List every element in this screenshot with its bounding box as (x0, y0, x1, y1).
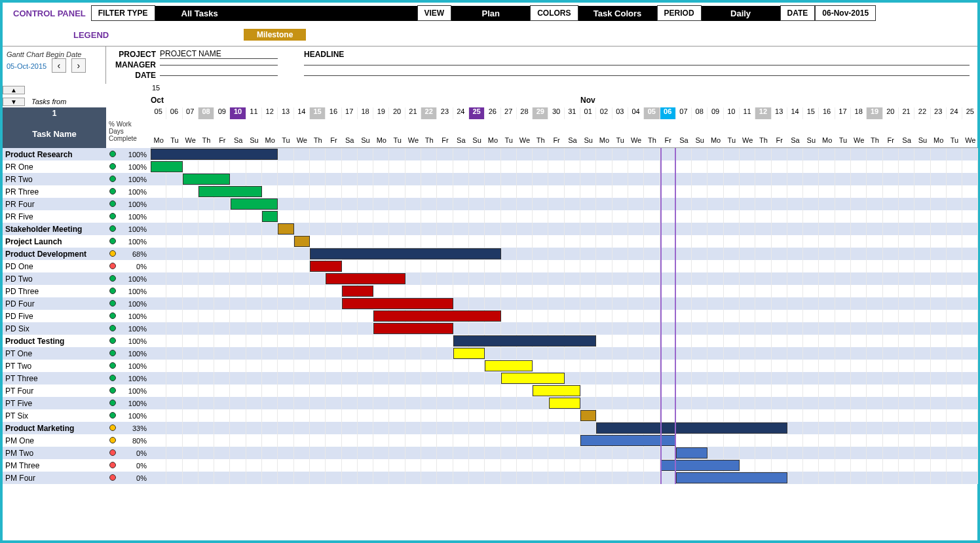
date-value[interactable]: 06-Nov-2015 (815, 5, 876, 21)
date-cell[interactable]: 06 (660, 107, 676, 119)
task-name-cell[interactable]: PR Three (3, 187, 106, 197)
task-name-cell[interactable]: PT Four (3, 386, 106, 396)
task-name-cell[interactable]: PD Three (3, 287, 106, 296)
date-cell[interactable]: 22 (914, 107, 930, 119)
date-cell[interactable]: 01 (580, 107, 596, 119)
gantt-bar[interactable] (310, 248, 501, 259)
date-cell[interactable]: 02 (596, 107, 612, 119)
next-date-button[interactable]: › (71, 58, 86, 73)
task-name-cell[interactable]: Product Development (3, 250, 106, 259)
date-cell[interactable]: 26 (485, 107, 500, 119)
gantt-bar[interactable] (533, 385, 580, 396)
view-value[interactable]: Plan (451, 6, 530, 21)
task-name-cell[interactable]: PR Four (3, 200, 106, 209)
task-name-cell[interactable]: Stakeholder Meeting (3, 225, 106, 234)
gantt-bar[interactable] (183, 174, 231, 185)
date-cell[interactable]: 11 (740, 107, 755, 119)
task-name-cell[interactable]: PD Four (3, 299, 106, 309)
date-cell[interactable]: 25 (469, 107, 485, 119)
gantt-bar[interactable] (580, 435, 676, 446)
colors-value[interactable]: Task Colors (578, 6, 657, 21)
gantt-bar[interactable] (501, 373, 565, 384)
manager-value[interactable] (160, 65, 278, 66)
gantt-bar[interactable] (580, 410, 596, 421)
date-cell[interactable]: 21 (405, 107, 421, 119)
gantt-bar[interactable] (326, 273, 405, 284)
task-name-cell[interactable]: PT Two (3, 362, 106, 371)
gantt-bar[interactable] (342, 298, 453, 309)
date-cell[interactable]: 27 (501, 107, 517, 119)
gantt-bar[interactable] (231, 198, 278, 210)
task-name-cell[interactable]: PT Six (3, 411, 106, 421)
gantt-bar[interactable] (676, 472, 787, 483)
date-cell[interactable]: 08 (692, 107, 707, 119)
gantt-bar[interactable] (294, 236, 310, 247)
spinner-down-button[interactable]: ▼ (3, 98, 25, 106)
date-cell[interactable]: 15 (803, 107, 819, 119)
task-name-cell[interactable]: PR One (3, 162, 106, 172)
date-cell[interactable]: 22 (421, 107, 437, 119)
prev-date-button[interactable]: ‹ (52, 58, 67, 73)
date-cell[interactable]: 20 (883, 107, 899, 119)
date-cell[interactable]: 31 (565, 107, 580, 119)
tasks-from-number[interactable]: 1 (3, 107, 106, 119)
task-name-cell[interactable]: PD Six (3, 324, 106, 333)
task-name-cell[interactable]: PR Two (3, 175, 106, 184)
date-cell[interactable]: 04 (628, 107, 644, 119)
date-cell[interactable]: 30 (548, 107, 564, 119)
date-cell[interactable]: 17 (835, 107, 851, 119)
task-name-cell[interactable]: PM Two (3, 449, 106, 458)
filter-type-value[interactable]: All Tasks (155, 6, 417, 21)
date-cell[interactable]: 16 (326, 107, 341, 119)
task-name-cell[interactable]: Product Testing (3, 337, 106, 346)
date-cell[interactable]: 10 (230, 107, 246, 119)
gantt-bar[interactable] (262, 211, 278, 222)
date-cell[interactable]: 12 (755, 107, 771, 119)
headline-value[interactable] (304, 65, 970, 66)
date-cell[interactable]: 06 (166, 107, 182, 119)
task-name-cell[interactable]: PT One (3, 349, 106, 358)
date-cell[interactable]: 17 (342, 107, 358, 119)
task-name-cell[interactable]: PM One (3, 436, 106, 445)
task-name-cell[interactable]: PT Five (3, 399, 106, 408)
date-cell[interactable]: 14 (787, 107, 803, 119)
gantt-bar[interactable] (596, 422, 787, 434)
period-value[interactable]: Daily (702, 6, 780, 21)
gantt-bar[interactable] (151, 149, 278, 160)
gantt-bar[interactable] (373, 310, 500, 322)
task-name-cell[interactable]: PD Five (3, 312, 106, 321)
date-cell[interactable]: 24 (947, 107, 962, 119)
gantt-bar[interactable] (453, 348, 485, 359)
date-cell[interactable]: 03 (612, 107, 628, 119)
task-name-cell[interactable]: PM Three (3, 461, 106, 470)
date-cell[interactable]: 25 (962, 107, 977, 119)
date-cell[interactable]: 08 (198, 107, 214, 119)
gantt-bar[interactable] (453, 335, 597, 346)
gantt-bar[interactable] (373, 323, 453, 334)
date-cell[interactable]: 07 (676, 107, 692, 119)
task-name-cell[interactable]: PR Five (3, 212, 106, 221)
task-name-cell[interactable]: PT Three (3, 374, 106, 383)
gantt-bar[interactable] (549, 398, 581, 409)
date-cell[interactable]: 23 (437, 107, 453, 119)
spinner-up-button[interactable]: ▲ (3, 86, 25, 94)
task-name-cell[interactable]: PD One (3, 262, 106, 271)
task-name-cell[interactable]: PD Two (3, 274, 106, 284)
task-name-cell[interactable]: PM Four (3, 474, 106, 483)
date-cell[interactable]: 20 (389, 107, 405, 119)
date-cell[interactable]: 18 (358, 107, 373, 119)
date-cell[interactable]: 29 (533, 107, 548, 119)
project-date-value[interactable] (160, 75, 278, 76)
date-cell[interactable]: 15 (310, 107, 326, 119)
date-cell[interactable]: 05 (644, 107, 660, 119)
date-cell[interactable]: 18 (851, 107, 867, 119)
date-cell[interactable]: 13 (772, 107, 787, 119)
date-cell[interactable]: 10 (724, 107, 740, 119)
gantt-bar[interactable] (342, 286, 374, 297)
date-cell[interactable]: 24 (453, 107, 469, 119)
task-name-cell[interactable]: Project Launch (3, 237, 106, 246)
date-cell[interactable]: 05 (151, 107, 166, 119)
date-cell[interactable]: 11 (246, 107, 262, 119)
gantt-bar[interactable] (310, 261, 342, 272)
date-cell[interactable]: 16 (819, 107, 835, 119)
